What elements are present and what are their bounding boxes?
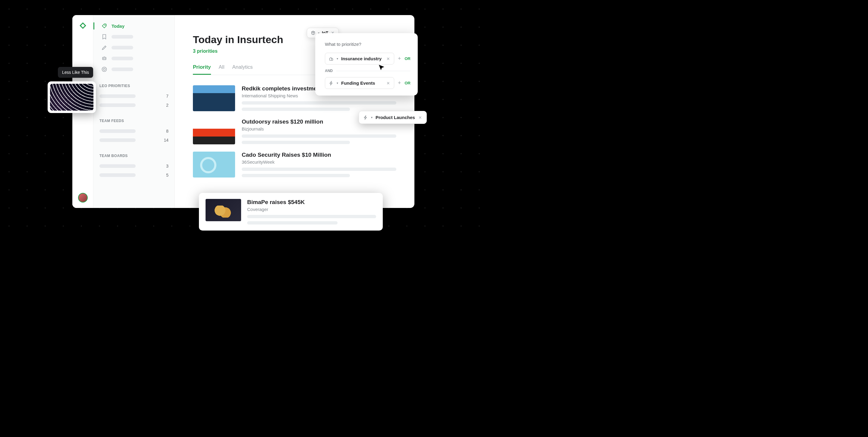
text-skeleton [242, 174, 350, 177]
bookmark-icon [101, 34, 107, 40]
article-source: Bizjournals [242, 126, 396, 131]
board-item[interactable]: 5 [99, 170, 168, 180]
or-operator[interactable]: OR [405, 56, 411, 61]
article-thumbnail [193, 85, 235, 111]
article-thumbnail [193, 119, 235, 144]
article-title: BimaPe raises $545K [247, 199, 376, 206]
close-icon[interactable] [418, 116, 422, 120]
feed-count: 8 [166, 129, 168, 133]
user-avatar[interactable] [78, 193, 88, 202]
and-operator: AND [325, 69, 333, 73]
priority-count: 2 [166, 103, 168, 107]
text-skeleton [242, 101, 396, 104]
priority-item[interactable]: 2 [99, 101, 168, 110]
feed-count: 14 [164, 138, 168, 143]
divider [336, 71, 410, 71]
svg-point-5 [103, 68, 105, 70]
text-skeleton [242, 107, 350, 111]
text-skeleton [242, 134, 396, 138]
bolt-icon [363, 115, 368, 120]
list-skeleton [99, 138, 135, 142]
svg-point-4 [102, 67, 107, 72]
list-skeleton [99, 173, 135, 177]
nav-skeleton [112, 35, 133, 38]
article-item[interactable]: Cado Security Raises $10 Million 36Secur… [193, 152, 396, 178]
chevron-down-icon: ▾ [337, 57, 338, 60]
prioritize-panel: What to prioritize? ▾ Insurance industry… [315, 33, 418, 96]
add-filter-button[interactable]: + [398, 56, 401, 62]
chip-label: Product Launches [375, 115, 415, 120]
filter-chip-funding[interactable]: ▾ Funding Events [325, 77, 394, 89]
nav-item-today[interactable]: Today [99, 21, 168, 31]
svg-point-0 [105, 25, 105, 26]
list-skeleton [99, 129, 135, 133]
less-like-this-tooltip[interactable]: Less Like This [58, 67, 93, 78]
sidebar: Today LEO PRIORITIES [93, 15, 175, 208]
chip-label: Insurance industry [341, 56, 383, 61]
text-skeleton [242, 167, 396, 171]
close-icon[interactable] [386, 81, 390, 85]
section-leo-priorities: LEO PRIORITIES [99, 84, 168, 88]
nav-item-read-later[interactable] [99, 31, 168, 42]
filter-chip-product-launches[interactable]: ▾ Product Launches [359, 111, 427, 124]
bolt-icon [329, 81, 334, 86]
lifebuoy-icon [101, 66, 107, 72]
section-team-boards: TEAM BOARDS [99, 154, 168, 158]
text-skeleton [247, 221, 338, 224]
pencil-icon [101, 44, 107, 51]
robot-icon [101, 56, 107, 61]
cursor-icon [378, 64, 385, 71]
article-source: Coverager [247, 207, 376, 212]
list-skeleton [99, 94, 135, 98]
floating-article-card[interactable]: BimaPe raises $545K Coverager [199, 193, 383, 230]
article-body: BimaPe raises $545K Coverager [247, 199, 376, 224]
add-filter-button[interactable]: + [398, 80, 401, 86]
nav-item-annotate[interactable] [99, 42, 168, 53]
nav-item-help[interactable] [99, 64, 168, 75]
text-skeleton [247, 215, 376, 218]
prioritize-prompt: What to prioritize? [325, 41, 410, 47]
fingerprint-preview-card[interactable] [48, 82, 96, 113]
feed-item[interactable]: 8 [99, 127, 168, 136]
article-body: Cado Security Raises $10 Million 36Secur… [242, 152, 396, 178]
or-operator[interactable]: OR [405, 81, 411, 85]
tab-analytics[interactable]: Analytics [232, 64, 253, 75]
close-icon[interactable] [386, 57, 390, 61]
board-count: 5 [166, 173, 168, 178]
chip-label: Funding Events [341, 81, 383, 86]
article-list: Redkik completes investment Internationa… [193, 85, 396, 178]
priority-count: 7 [166, 94, 168, 98]
nav-skeleton [112, 46, 133, 50]
nav-skeleton [112, 57, 133, 60]
nav-skeleton [112, 67, 133, 71]
fingerprint-image [50, 84, 93, 111]
filter-chip-insurance[interactable]: ▾ Insurance industry [325, 53, 394, 64]
article-source: 36SecurityWeek [242, 159, 396, 164]
nav-item-leo[interactable] [99, 53, 168, 64]
tag-icon [101, 23, 107, 29]
board-count: 3 [166, 164, 168, 168]
board-item[interactable]: 3 [99, 161, 168, 170]
industry-icon [329, 56, 334, 61]
svg-point-3 [105, 58, 105, 59]
section-team-feeds: TEAM FEEDS [99, 119, 168, 123]
nav-item-label: Today [112, 24, 124, 29]
priority-item[interactable]: 7 [99, 92, 168, 101]
cube-icon [311, 30, 315, 35]
article-thumbnail [206, 199, 241, 221]
chevron-down-icon: ▾ [371, 116, 373, 119]
article-title: Cado Security Raises $10 Million [242, 152, 396, 158]
feed-item[interactable]: 14 [99, 136, 168, 145]
article-thumbnail [193, 152, 235, 178]
list-skeleton [99, 164, 135, 168]
tab-all[interactable]: All [219, 64, 224, 75]
chevron-down-icon: ▾ [337, 82, 338, 85]
svg-point-2 [103, 58, 104, 59]
list-skeleton [99, 103, 135, 107]
text-skeleton [242, 141, 350, 144]
tab-priority[interactable]: Priority [193, 64, 211, 75]
feedly-logo-icon [79, 22, 87, 30]
